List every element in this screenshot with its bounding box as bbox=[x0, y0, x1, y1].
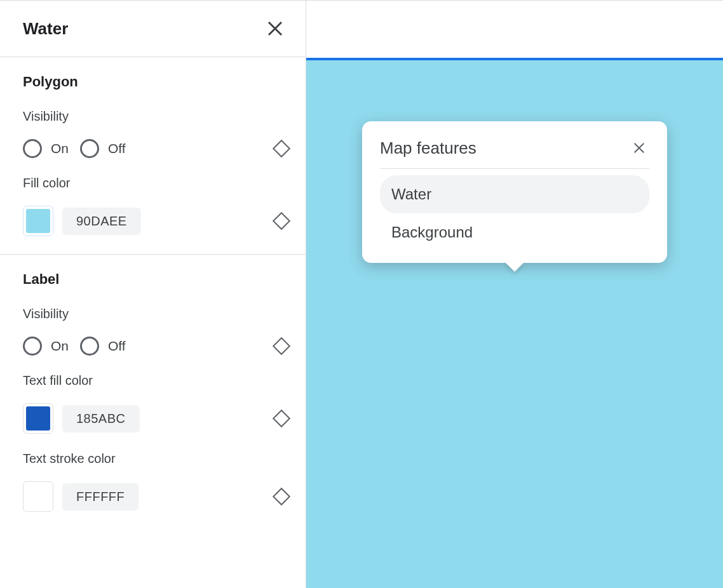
diamond-reset-icon[interactable] bbox=[273, 337, 290, 355]
close-icon[interactable] bbox=[262, 16, 288, 41]
map-features-popover: Map features Water Background bbox=[362, 121, 667, 263]
label-visibility-group: On Off bbox=[23, 337, 126, 356]
label-visibility-on-radio[interactable]: On bbox=[23, 337, 69, 356]
text-fill-color-swatch[interactable] bbox=[23, 403, 53, 434]
feature-item-water[interactable]: Water bbox=[380, 175, 649, 213]
close-icon[interactable] bbox=[629, 138, 649, 158]
sidebar-header: Water bbox=[0, 1, 306, 57]
radio-label: On bbox=[51, 141, 69, 156]
swatch-icon bbox=[26, 209, 50, 233]
polygon-section: Polygon Visibility On Off Fill color bbox=[0, 57, 306, 255]
polygon-visibility-on-radio[interactable]: On bbox=[23, 139, 69, 158]
polygon-visibility-off-radio[interactable]: Off bbox=[80, 139, 126, 158]
radio-label: Off bbox=[108, 141, 126, 156]
fill-color-hex-input[interactable]: 90DAEE bbox=[62, 208, 141, 235]
style-sidebar: Water Polygon Visibility On Off bbox=[0, 1, 306, 588]
diamond-reset-icon[interactable] bbox=[273, 410, 290, 427]
popover-title: Map features bbox=[380, 138, 476, 158]
label-section: Label Visibility On Off Text fill color bbox=[0, 255, 306, 530]
text-fill-color-hex-input[interactable]: 185ABC bbox=[62, 405, 140, 432]
radio-icon bbox=[80, 139, 99, 158]
preview-topbar bbox=[306, 1, 723, 58]
text-stroke-color-hex-input[interactable]: FFFFFF bbox=[62, 483, 139, 511]
label-visibility-label: Visibility bbox=[23, 307, 288, 321]
radio-icon bbox=[23, 139, 42, 158]
radio-icon bbox=[80, 337, 99, 356]
radio-icon bbox=[23, 337, 42, 356]
text-stroke-color-swatch[interactable] bbox=[23, 481, 53, 512]
radio-label: On bbox=[51, 338, 69, 354]
feature-item-background[interactable]: Background bbox=[380, 213, 649, 251]
diamond-reset-icon[interactable] bbox=[273, 140, 290, 157]
swatch-icon bbox=[26, 406, 50, 431]
radio-label: Off bbox=[108, 338, 126, 354]
fill-color-swatch[interactable] bbox=[23, 206, 53, 236]
popover-tail-icon bbox=[504, 262, 525, 272]
label-heading: Label bbox=[23, 271, 288, 288]
polygon-visibility-group: On Off bbox=[23, 139, 126, 158]
swatch-icon bbox=[26, 484, 50, 509]
text-fill-color-label: Text fill color bbox=[23, 373, 288, 388]
map-preview[interactable]: Map features Water Background bbox=[306, 1, 723, 588]
diamond-reset-icon[interactable] bbox=[273, 488, 290, 505]
sidebar-title: Water bbox=[23, 19, 68, 39]
diamond-reset-icon[interactable] bbox=[273, 212, 290, 230]
polygon-visibility-label: Visibility bbox=[23, 109, 288, 124]
polygon-heading: Polygon bbox=[23, 74, 288, 90]
fill-color-label: Fill color bbox=[23, 176, 288, 190]
label-visibility-off-radio[interactable]: Off bbox=[80, 337, 126, 356]
text-stroke-color-label: Text stroke color bbox=[23, 451, 288, 466]
